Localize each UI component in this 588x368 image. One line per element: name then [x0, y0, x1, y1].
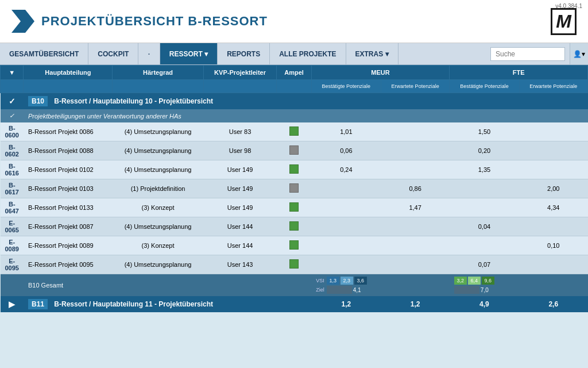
meur-ziel-val: 4,1 — [353, 287, 361, 293]
table-row: E-0089 E-Ressort Projekt 0089 (3) Konzep… — [1, 236, 588, 255]
row-kvp: User 149 — [203, 198, 277, 217]
row-kvp: User 83 — [203, 122, 277, 141]
user-menu[interactable]: 👤▾ — [570, 43, 588, 64]
row-kvp: User 149 — [203, 160, 277, 179]
b11-title: B11 B-Ressort / Hauptabteilung 11 - Proj… — [24, 296, 311, 312]
row-id: B-0600 — [1, 122, 24, 141]
row-meur-erw — [381, 160, 449, 179]
summary-fte-bars: 3,2 6,4 9,6 7,0 — [450, 274, 588, 297]
row-fte-erw — [519, 255, 587, 274]
summary-row: B10 Gesamt VSI 1,3 2,3 3,6 Ziel 4,1 — [1, 274, 588, 297]
summary-empty1 — [1, 274, 24, 297]
nav-alle-projekte[interactable]: ALLE PROJEKTE — [270, 43, 346, 64]
search-container — [486, 43, 570, 64]
b10-toggle[interactable]: ✓ — [1, 93, 24, 110]
nav-cockpit[interactable]: COCKPIT — [88, 43, 138, 64]
row-hard: (4) Umsetzungsplanung — [113, 217, 203, 236]
fte-bar-3: 9,6 — [482, 277, 494, 285]
ampel-green-icon — [289, 164, 299, 174]
b11-meur-best: 1,2 — [311, 296, 381, 312]
header-left: PROJEKTÜBERSICHT B-RESSORT — [11, 10, 268, 33]
row-meur-best: 1,01 — [311, 122, 381, 141]
row-main: B-Ressort Projekt 0088 — [24, 141, 113, 160]
th-fte-erw: Erwartete Potenziale — [519, 80, 587, 93]
th-fte: FTE — [450, 66, 588, 80]
b11-expand-icon[interactable]: ▶ — [9, 300, 15, 309]
b11-meur-erw: 1,2 — [381, 296, 449, 312]
fte-ziel-bar — [454, 286, 479, 294]
row-meur-erw: 0,86 — [381, 179, 449, 198]
row-fte-erw: 2,00 — [519, 179, 587, 198]
search-input[interactable] — [490, 47, 565, 61]
row-fte-erw — [519, 217, 587, 236]
row-hard: (4) Umsetzungsplanung — [113, 141, 203, 160]
summary-meur-bars: VSI 1,3 2,3 3,6 Ziel 4,1 — [311, 274, 450, 297]
b10-title: B10 B-Ressort / Hauptabteilung 10 - Proj… — [24, 93, 311, 110]
b11-header-row: ▶ B11 B-Ressort / Hauptabteilung 11 - Pr… — [1, 296, 588, 312]
th-toggle: ▼ — [1, 66, 24, 80]
row-meur-erw — [381, 122, 449, 141]
user-icon: 👤▾ — [573, 50, 585, 58]
b11-text: B-Ressort / Hauptabteilung 11 - Projektü… — [54, 300, 213, 308]
b10-fte-best — [450, 93, 519, 110]
nav-extras[interactable]: EXTRAS ▾ — [346, 43, 399, 64]
th-sub-empty2 — [24, 80, 113, 93]
row-kvp: User 98 — [203, 141, 277, 160]
nav-dot: · — [138, 43, 160, 64]
nav-ressort[interactable]: RESSORT ▾ — [160, 43, 218, 64]
table-row: B-0616 B-Ressort Projekt 0102 (4) Umsetz… — [1, 160, 588, 179]
row-meur-erw — [381, 141, 449, 160]
nav-gesamtubersicht[interactable]: GESAMTÜBERSICHT — [0, 43, 88, 64]
row-hard: (4) Umsetzungsplanung — [113, 122, 203, 141]
section-expand-icon[interactable]: ✓ — [9, 112, 14, 119]
row-ampel — [277, 160, 311, 179]
th-meur: MEUR — [311, 66, 450, 80]
row-meur-best: 0,24 — [311, 160, 381, 179]
th-meur-erw: Erwartete Potenziale — [381, 80, 449, 93]
th-sub-empty1 — [1, 80, 24, 93]
meur-ziel-bar — [327, 286, 352, 294]
th-fte-best: Bestätigte Potenziale — [450, 80, 519, 93]
th-sub-empty4 — [203, 80, 277, 93]
row-fte-erw: 0,10 — [519, 236, 587, 255]
row-kvp: User 149 — [203, 179, 277, 198]
row-main: E-Ressort Projekt 0089 — [24, 236, 113, 255]
row-main: E-Ressort Projekt 0095 — [24, 255, 113, 274]
row-meur-erw — [381, 255, 449, 274]
row-ampel — [277, 236, 311, 255]
table-row: E-0065 E-Ressort Projekt 0087 (4) Umsetz… — [1, 217, 588, 236]
row-ampel — [277, 198, 311, 217]
table-row: E-0095 E-Ressort Projekt 0095 (4) Umsetz… — [1, 255, 588, 274]
row-main: B-Ressort Projekt 0133 — [24, 198, 113, 217]
fte-ziel-val: 7,0 — [481, 287, 489, 293]
row-kvp: User 144 — [203, 236, 277, 255]
b11-id: B11 — [28, 299, 48, 309]
page-title: PROJEKTÜBERSICHT B-RESSORT — [41, 14, 268, 29]
meur-bar-1: 1,3 — [327, 277, 339, 285]
row-main: B-Ressort Projekt 0102 — [24, 160, 113, 179]
b11-toggle[interactable]: ▶ — [1, 296, 24, 312]
row-fte-erw — [519, 160, 587, 179]
ampel-green-icon — [289, 221, 299, 231]
row-hard: (4) Umsetzungsplanung — [113, 160, 203, 179]
row-meur-best — [311, 217, 381, 236]
logo-chevron — [11, 10, 34, 33]
row-ampel — [277, 255, 311, 274]
row-fte-erw: 4,34 — [519, 198, 587, 217]
section-label: Projektbeteiligungen unter Verantwortung… — [24, 109, 588, 122]
vsi-label: VSI — [316, 278, 324, 283]
b10-expand-icon[interactable]: ✓ — [9, 97, 16, 106]
section-row: ✓ Projektbeteiligungen unter Verantwortu… — [1, 109, 588, 122]
row-kvp: User 143 — [203, 255, 277, 274]
nav-reports[interactable]: REPORTS — [218, 43, 270, 64]
row-hard: (1) Projektdefinition — [113, 179, 203, 198]
meur-bar-2: 2,3 — [341, 277, 353, 285]
row-fte-erw — [519, 122, 587, 141]
section-toggle[interactable]: ✓ — [1, 109, 24, 122]
b10-meur-best — [311, 93, 381, 110]
th-kvp: KVP-Projektleiter — [203, 66, 277, 80]
table-row: B-0617 B-Ressort Projekt 0103 (1) Projek… — [1, 179, 588, 198]
row-id: E-0089 — [1, 236, 24, 255]
row-hard: (4) Umsetzungsplanung — [113, 255, 203, 274]
row-ampel — [277, 122, 311, 141]
